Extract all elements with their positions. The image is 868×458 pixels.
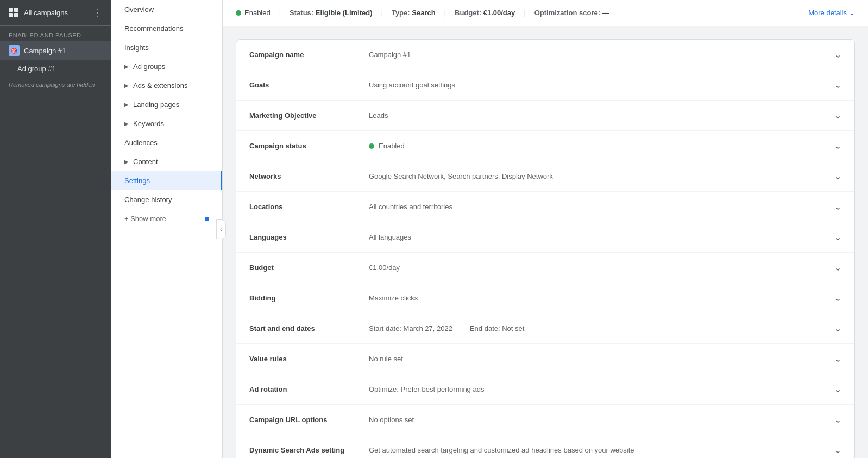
- light-sidebar: Overview Recommendations Insights ▶ Ad g…: [111, 0, 223, 458]
- more-options-icon[interactable]: ⋮: [93, 7, 103, 18]
- campaign-name-value: Campaign #1: [369, 51, 834, 59]
- settings-row-bidding: Bidding Maximize clicks ⌄: [236, 283, 854, 313]
- optimization-item: Optimization score: —: [534, 9, 609, 17]
- ads-extensions-arrow: ▶: [124, 83, 129, 89]
- settings-row-ad-rotation: Ad rotation Optimize: Prefer best perfor…: [236, 374, 854, 405]
- nav-ads-extensions[interactable]: ▶ Ads & extensions: [111, 76, 222, 95]
- locations-value: All countries and territories: [369, 203, 834, 211]
- nav-landing-pages[interactable]: ▶ Landing pages: [111, 95, 222, 114]
- chevron-marketing-objective[interactable]: ⌄: [834, 110, 841, 121]
- settings-row-networks: Networks Google Search Network, Search p…: [236, 161, 854, 192]
- show-more-dot: [205, 217, 209, 221]
- main-content: Enabled | Status: Eligible (Limited) | T…: [223, 0, 868, 458]
- chevron-budget[interactable]: ⌄: [834, 262, 841, 273]
- chevron-value-rules[interactable]: ⌄: [834, 354, 841, 364]
- budget-item: Budget: €1.00/day: [455, 9, 515, 17]
- chevron-bidding[interactable]: ⌄: [834, 293, 841, 303]
- sidebar-collapse-button[interactable]: ‹: [216, 219, 223, 239]
- all-campaigns-label: All campaigns: [24, 9, 87, 17]
- content-arrow: ▶: [124, 159, 129, 165]
- enabled-dot: [236, 10, 241, 16]
- nav-keywords[interactable]: ▶ Keywords: [111, 114, 222, 133]
- settings-row-languages: Languages All languages ⌄: [236, 222, 854, 253]
- value-rules-value: No rule set: [369, 355, 834, 363]
- dark-sidebar: All campaigns ⋮ Enabled and Paused 🎯 Cam…: [0, 0, 111, 458]
- grid-icon[interactable]: [9, 8, 18, 17]
- settings-row-marketing-objective: Marketing Objective Leads ⌄: [236, 101, 854, 131]
- nav-settings[interactable]: Settings: [111, 171, 222, 190]
- separator-2: |: [381, 9, 383, 17]
- nav-insights[interactable]: Insights: [111, 38, 222, 57]
- chevron-goals[interactable]: ⌄: [834, 80, 841, 90]
- settings-row-locations: Locations All countries and territories …: [236, 192, 854, 222]
- status-item: Status: Eligible (Limited): [290, 9, 372, 17]
- keywords-arrow: ▶: [124, 121, 129, 127]
- chevron-networks[interactable]: ⌄: [834, 171, 841, 181]
- budget-value: €1.00/day: [369, 263, 834, 272]
- status-dot: [369, 143, 374, 149]
- chevron-down-icon: ⌄: [849, 9, 855, 17]
- settings-container: Campaign name Campaign #1 ⌄ Goals Using …: [223, 26, 868, 458]
- chevron-campaign-url-options[interactable]: ⌄: [834, 415, 841, 425]
- separator-3: |: [444, 9, 446, 17]
- chevron-languages[interactable]: ⌄: [834, 232, 841, 242]
- settings-row-goals: Goals Using account goal settings ⌄: [236, 70, 854, 101]
- chevron-locations[interactable]: ⌄: [834, 202, 841, 212]
- campaign-icon: 🎯: [9, 45, 20, 56]
- removed-note: Removed campaigns are hidden: [0, 77, 111, 92]
- goals-value: Using account goal settings: [369, 81, 834, 89]
- type-item: Type: Search: [392, 9, 436, 17]
- nav-recommendations[interactable]: Recommendations: [111, 19, 222, 38]
- status-enabled: Enabled: [236, 9, 271, 17]
- adgroup-item[interactable]: Ad group #1: [0, 60, 111, 77]
- campaign-name-sidebar: Campaign #1: [24, 47, 66, 55]
- nav-ad-groups[interactable]: ▶ Ad groups: [111, 57, 222, 76]
- nav-audiences[interactable]: Audiences: [111, 133, 222, 152]
- bidding-value: Maximize clicks: [369, 294, 834, 302]
- separator-4: |: [524, 9, 525, 17]
- settings-row-value-rules: Value rules No rule set ⌄: [236, 344, 854, 374]
- campaign-item[interactable]: 🎯 Campaign #1: [0, 41, 111, 60]
- settings-row-campaign-name: Campaign name Campaign #1 ⌄: [236, 40, 854, 70]
- chevron-campaign-status[interactable]: ⌄: [834, 141, 841, 151]
- networks-value: Google Search Network, Search partners, …: [369, 172, 834, 180]
- separator-1: |: [279, 9, 281, 17]
- nav-change-history[interactable]: Change history: [111, 190, 222, 209]
- nav-content[interactable]: ▶ Content: [111, 152, 222, 171]
- ad-groups-arrow: ▶: [124, 64, 129, 70]
- settings-card: Campaign name Campaign #1 ⌄ Goals Using …: [236, 39, 855, 458]
- ad-rotation-value: Optimize: Prefer best performing ads: [369, 385, 834, 393]
- landing-pages-arrow: ▶: [124, 102, 129, 108]
- more-details-button[interactable]: More details ⌄: [808, 9, 855, 17]
- languages-value: All languages: [369, 233, 834, 241]
- chevron-dynamic-search-ads[interactable]: ⌄: [834, 445, 841, 455]
- start-end-dates-value: Start date: March 27, 2022 End date: Not…: [369, 324, 834, 332]
- nav-overview[interactable]: Overview: [111, 0, 222, 19]
- settings-row-campaign-url-options: Campaign URL options No options set ⌄: [236, 405, 854, 435]
- chevron-start-end-dates[interactable]: ⌄: [834, 323, 841, 334]
- chevron-campaign-name[interactable]: ⌄: [834, 49, 841, 60]
- show-more-item[interactable]: + Show more: [111, 209, 222, 228]
- campaign-status-value: Enabled: [369, 142, 834, 150]
- sidebar-top-bar: All campaigns ⋮: [0, 0, 111, 26]
- settings-row-start-end-dates: Start and end dates Start date: March 27…: [236, 313, 854, 344]
- campaign-url-options-value: No options set: [369, 416, 834, 424]
- settings-row-budget: Budget €1.00/day ⌄: [236, 253, 854, 283]
- dynamic-search-ads-value: Get automated search targeting and custo…: [369, 446, 834, 454]
- marketing-objective-value: Leads: [369, 111, 834, 120]
- status-label: Enabled and Paused: [0, 26, 111, 41]
- chevron-ad-rotation[interactable]: ⌄: [834, 384, 841, 394]
- settings-row-campaign-status: Campaign status Enabled ⌄: [236, 131, 854, 161]
- top-bar: Enabled | Status: Eligible (Limited) | T…: [223, 0, 868, 26]
- settings-row-dynamic-search-ads: Dynamic Search Ads setting Get automated…: [236, 435, 854, 458]
